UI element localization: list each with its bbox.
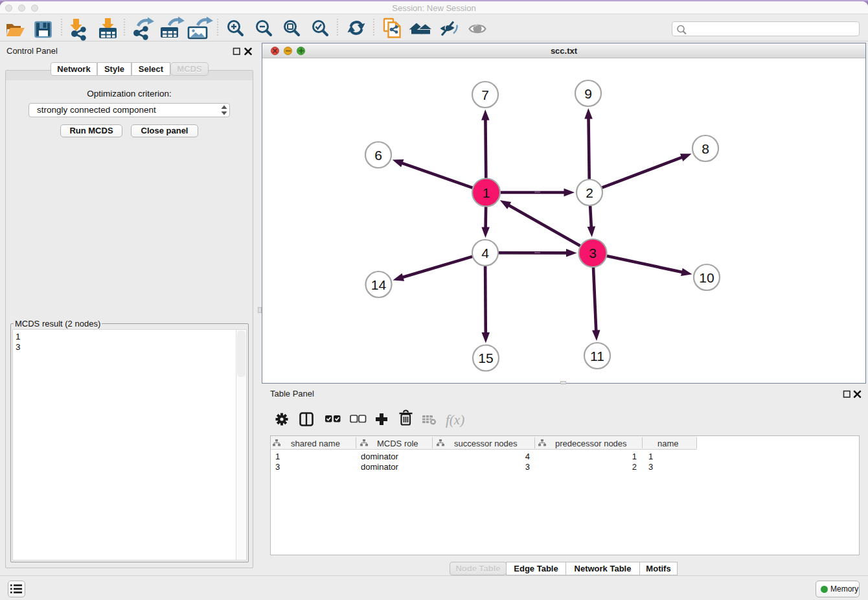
svg-text:7: 7 [481, 87, 489, 102]
svg-text:8: 8 [702, 141, 709, 156]
svg-text:11: 11 [590, 349, 604, 363]
svg-text:6: 6 [374, 148, 382, 163]
svg-text:4: 4 [481, 246, 489, 260]
svg-text:3: 3 [589, 246, 597, 260]
svg-text:15: 15 [478, 351, 493, 365]
svg-text:1: 1 [483, 185, 490, 200]
svg-text:10: 10 [699, 270, 714, 285]
svg-text:14: 14 [371, 277, 387, 292]
svg-text:9: 9 [584, 86, 592, 101]
svg-text:2: 2 [586, 185, 593, 200]
svg-text:f(x): f(x) [446, 412, 464, 428]
